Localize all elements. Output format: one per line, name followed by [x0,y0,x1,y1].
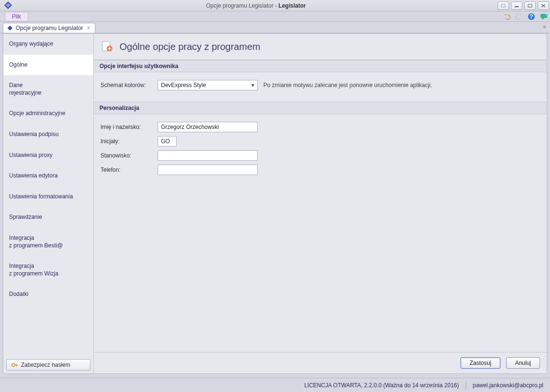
color-scheme-value: DevExpress Style [161,82,206,88]
undo-icon[interactable] [501,11,512,22]
color-scheme-hint: Po zmianie motywu zalecane jest ponowne … [263,82,432,88]
svg-marker-13 [8,26,13,31]
secure-password-label: Zabezpiecz hasłem [21,362,70,368]
sidebar-item-formatting-settings[interactable]: Ustawienia formatowania [3,186,93,207]
window-tray-button[interactable] [498,1,509,10]
app-icon [4,1,13,10]
sidebar-item-addons[interactable]: Dodatki [3,284,93,305]
name-label: Imię i nazwisko: [100,124,158,130]
apply-button[interactable]: Zastosuj [460,357,500,369]
content-footer: Zastosuj Anuluj [94,352,547,373]
phone-input[interactable] [158,165,258,175]
section-personalization: Personalizacja [94,102,547,114]
sidebar-item-admin-options[interactable]: Opcje administracyjne [3,103,93,124]
tab-label: Opcje programu Legislator [16,25,83,31]
status-license: LICENCJA OTWARTA, 2.2.0.0 (Ważna do 14 w… [304,382,459,389]
workarea: Organy wydające Ogólne Dane rejestracyjn… [3,33,547,374]
content: Ogólne opcje pracy z programem Opcje int… [94,34,547,373]
tab-close-icon[interactable]: × [86,25,91,31]
initials-label: Inicjały: [100,138,158,145]
key-icon [11,362,18,368]
statusbar: LICENCJA OTWARTA, 2.2.0.0 (Ważna do 14 w… [0,378,550,392]
sidebar-item-integration-bestia[interactable]: Integracja z programem Besti@ [3,228,93,256]
window-maximize-button[interactable] [524,1,536,10]
tab-options[interactable]: Opcje programu Legislator × [3,23,95,33]
page-title: Ogólne opcje pracy z programem [120,41,260,52]
sidebar: Organy wydające Ogólne Dane rejestracyjn… [3,34,94,373]
phone-label: Telefon: [100,167,158,173]
svg-marker-10 [542,18,544,20]
color-scheme-label: Schemat kolorów: [100,82,158,88]
sidebar-item-integration-wizja[interactable]: Integracja z programem Wizja [3,256,93,284]
initials-input[interactable] [158,136,177,147]
window-title: Opcje programu Legislator - Legislator [16,2,496,9]
sidebar-item-general[interactable]: Ogólne [3,55,93,76]
page-header: Ogólne opcje pracy z programem [94,34,547,60]
tabstrip: Opcje programu Legislator × × [0,22,550,33]
page-header-icon [101,40,114,53]
sidebar-item-proxy-settings[interactable]: Ustawienia proxy [3,145,93,166]
svg-text:?: ? [530,13,533,20]
feedback-icon[interactable]: + [539,11,549,22]
svg-text:+: + [544,13,548,17]
menubar: Plik ? + [0,11,550,22]
svg-rect-2 [501,4,505,7]
svg-point-14 [12,363,15,366]
sidebar-item-checking[interactable]: Sprawdzanie [3,207,93,228]
sidebar-item-registration-data[interactable]: Dane rejestracyjne [3,75,93,103]
svg-rect-4 [528,4,532,7]
tabstrip-close-icon[interactable]: × [543,24,546,30]
titlebar: Opcje programu Legislator - Legislator [0,0,550,11]
position-input[interactable] [158,150,258,161]
sidebar-item-issuing-bodies[interactable]: Organy wydające [3,34,93,55]
sidebar-item-editor-settings[interactable]: Ustawienia edytora [3,166,93,186]
window-minimize-button[interactable] [511,1,522,10]
status-user: pawel.jankowski@abcpro.pl [473,382,543,389]
chevron-down-icon: ▾ [251,82,254,88]
section-ui-options: Opcje interfejsu użytkownika [94,60,547,72]
position-label: Stanowisko: [100,152,158,159]
menu-file[interactable]: Plik [5,12,28,21]
help-icon[interactable]: ? [526,11,537,22]
redo-icon[interactable] [514,11,524,22]
status-separator [466,382,466,389]
name-input[interactable] [158,122,258,132]
secure-password-button[interactable]: Zabezpiecz hasłem [6,359,90,371]
tab-icon [7,25,13,31]
sidebar-item-signature-settings[interactable]: Ustawienia podpisu [3,124,93,145]
color-scheme-select[interactable]: DevExpress Style ▾ [158,80,258,90]
window-close-button[interactable] [538,1,549,10]
cancel-button[interactable]: Anuluj [506,357,540,369]
